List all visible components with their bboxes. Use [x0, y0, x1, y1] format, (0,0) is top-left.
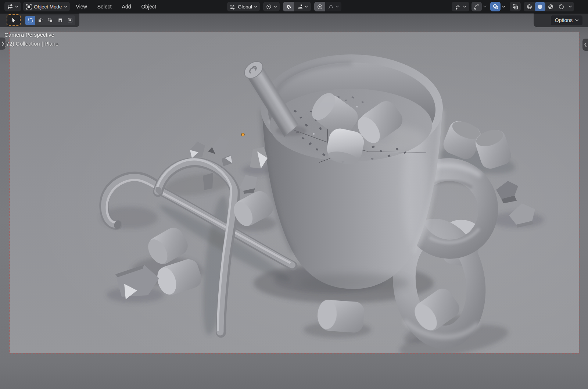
- xray-icon: [512, 4, 519, 10]
- options-button[interactable]: Options: [551, 15, 582, 25]
- tool-settings-right-group: Options: [534, 13, 588, 27]
- chevron-down-icon: [274, 6, 277, 8]
- select-subtract-icon: [48, 18, 53, 23]
- snap-increment-icon: [297, 4, 303, 10]
- select-mode-set[interactable]: [25, 16, 35, 25]
- viewport-3d[interactable]: Camera Perspective (72) Collection | Pla…: [0, 13, 588, 389]
- transform-orientation-dropdown[interactable]: Global: [227, 2, 260, 11]
- select-invert-icon: [58, 18, 63, 23]
- select-mode-extend[interactable]: [35, 16, 45, 25]
- select-mode-group: [25, 15, 75, 25]
- eye-cursor-icon: [455, 4, 461, 10]
- select-mode-intersect[interactable]: [65, 16, 75, 25]
- options-label: Options: [555, 17, 573, 23]
- shading-material-button[interactable]: [545, 2, 556, 11]
- pivot-point-icon: [266, 4, 272, 10]
- viewport-context-label: (72) Collection | Plane: [4, 40, 58, 47]
- shading-wireframe-button[interactable]: [524, 2, 535, 11]
- overlays-icon: [492, 4, 499, 10]
- show-gizmo-toggle[interactable]: [472, 2, 482, 11]
- orientation-label: Global: [238, 4, 252, 10]
- pivot-point-dropdown[interactable]: [263, 2, 280, 11]
- scene-render: [0, 13, 588, 389]
- toolbar-expand-tab[interactable]: [0, 38, 6, 50]
- mode-dropdown[interactable]: Object Mode: [23, 2, 70, 11]
- tool-select-box-button[interactable]: [7, 14, 21, 26]
- select-mode-invert[interactable]: [55, 16, 65, 25]
- chevron-down-icon: [502, 6, 505, 8]
- object-mode-icon: [26, 4, 32, 10]
- orientation-axes-icon: [230, 4, 236, 10]
- chevron-down-icon: [483, 6, 487, 8]
- marshmallow-bottom-center[interactable]: [316, 299, 365, 333]
- snap-settings-dropdown[interactable]: [294, 2, 311, 11]
- object-origin-dot[interactable]: [241, 133, 244, 136]
- proportional-falloff-dropdown[interactable]: [325, 2, 341, 11]
- snap-toggle[interactable]: [283, 2, 294, 11]
- toggle-xray-button[interactable]: [510, 2, 521, 11]
- solid-sphere-icon: [537, 4, 543, 10]
- gizmo-icon: [474, 4, 480, 10]
- shading-mode-group: [524, 2, 574, 11]
- chevron-down-icon: [569, 6, 572, 8]
- chevron-down-icon: [15, 6, 18, 8]
- shading-settings-dropdown[interactable]: [567, 2, 574, 11]
- object-visibility-dropdown[interactable]: [452, 2, 469, 11]
- proportional-editing-icon: [317, 4, 323, 10]
- select-extend-icon: [38, 18, 43, 23]
- viewport-view-label: Camera Perspective: [4, 32, 54, 38]
- proportional-editing-toggle[interactable]: [314, 2, 325, 11]
- rendered-sphere-icon: [558, 4, 564, 10]
- menu-select[interactable]: Select: [93, 2, 116, 11]
- blender-window: Camera Perspective (72) Collection | Pla…: [0, 0, 588, 389]
- chevron-down-icon: [305, 6, 308, 8]
- menu-view[interactable]: View: [72, 2, 91, 11]
- chevron-down-icon: [336, 6, 339, 8]
- select-mode-subtract[interactable]: [45, 16, 55, 25]
- material-preview-sphere-icon: [548, 4, 554, 10]
- overlays-settings-dropdown[interactable]: [501, 2, 507, 11]
- gizmo-settings-dropdown[interactable]: [482, 2, 488, 11]
- chevron-down-icon: [64, 6, 67, 8]
- cursor-arrow-icon: [11, 17, 17, 23]
- tool-settings-left-group: [0, 13, 79, 27]
- chevron-down-icon: [575, 19, 578, 21]
- falloff-curve-icon: [328, 4, 334, 10]
- menu-add[interactable]: Add: [118, 2, 135, 11]
- shading-solid-button[interactable]: [535, 2, 545, 11]
- editor-type-button[interactable]: [4, 2, 21, 11]
- select-set-icon: [28, 18, 33, 23]
- chevron-down-icon: [463, 6, 466, 8]
- wireframe-sphere-icon: [526, 4, 533, 10]
- viewport-header: Object Mode View Select Add Object Globa…: [0, 0, 588, 13]
- shading-rendered-button[interactable]: [556, 2, 567, 11]
- chevron-down-icon: [254, 6, 257, 8]
- mode-label: Object Mode: [34, 4, 62, 10]
- magnet-icon: [286, 4, 292, 10]
- select-intersect-icon: [68, 18, 73, 23]
- viewport-editor-icon: [7, 4, 13, 10]
- show-overlays-toggle[interactable]: [490, 2, 501, 11]
- menu-object[interactable]: Object: [137, 2, 160, 11]
- sidebar-expand-tab[interactable]: [582, 39, 588, 51]
